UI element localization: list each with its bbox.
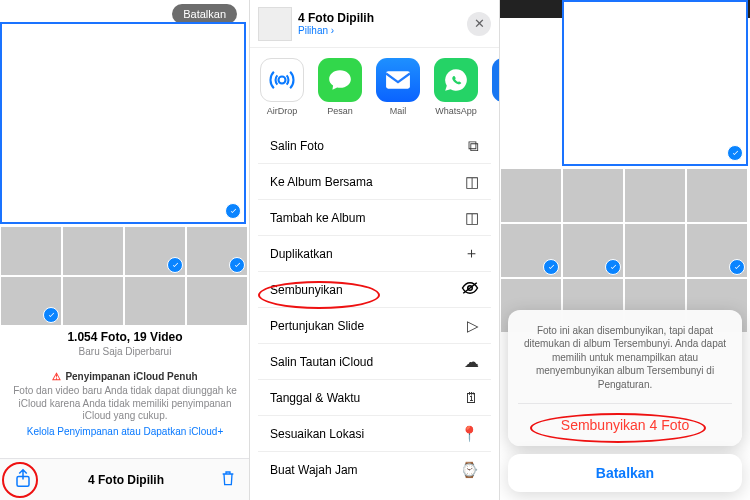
action-duplicate[interactable]: Duplikatkan＋ — [258, 236, 491, 272]
checkmark-icon — [543, 259, 559, 275]
location-icon: 📍 — [460, 425, 479, 443]
thumbnail[interactable] — [0, 276, 62, 326]
thumbnail[interactable] — [124, 276, 186, 326]
toolbar-title: 4 Foto Dipilih — [88, 473, 164, 487]
action-location[interactable]: Sesuaikan Lokasi📍 — [258, 416, 491, 452]
thumbnail[interactable] — [562, 168, 624, 223]
selected-photo-large[interactable] — [0, 22, 246, 224]
checkmark-icon — [43, 307, 59, 323]
warning-icon: ⚠︎ — [52, 371, 61, 382]
action-copy-link[interactable]: Salin Tautan iCloud☁ — [258, 344, 491, 380]
app-messages[interactable]: Pesan — [316, 58, 364, 116]
app-mail[interactable]: Mail — [374, 58, 422, 116]
trash-icon[interactable] — [220, 469, 236, 491]
media-count: 1.054 Foto, 19 Video — [8, 330, 242, 344]
thumbnail[interactable] — [124, 226, 186, 276]
thumbnail[interactable] — [686, 168, 748, 223]
screen-hide-confirm: Foto ini akan disembunyikan, tapi dapat … — [500, 0, 750, 500]
hide-action-sheet: Foto ini akan disembunyikan, tapi dapat … — [508, 310, 742, 493]
thumbnail[interactable] — [686, 223, 748, 278]
thumbnail[interactable] — [62, 226, 124, 276]
thumbnail[interactable] — [186, 276, 248, 326]
svg-rect-2 — [386, 71, 410, 88]
thumbnail[interactable] — [62, 276, 124, 326]
header-thumbnail — [258, 7, 292, 41]
app-facebook[interactable]: Fa — [490, 58, 499, 116]
action-watch-face[interactable]: Buat Wajah Jam⌚ — [258, 452, 491, 488]
thumbnail[interactable] — [624, 223, 686, 278]
checkmark-icon — [727, 145, 743, 161]
thumbnail[interactable] — [500, 223, 562, 278]
svg-point-1 — [279, 77, 286, 84]
thumbnail[interactable] — [0, 226, 62, 276]
screen-library-selected: Batalkan 1.054 Foto, 19 Video Baru Saja … — [0, 0, 250, 500]
action-slideshow[interactable]: Pertunjukan Slide▷ — [258, 308, 491, 344]
checkmark-icon — [729, 259, 745, 275]
share-sheet-header: 4 Foto Dipilih Pilihan ✕ — [250, 0, 499, 48]
eye-off-icon — [461, 281, 479, 298]
screen-share-sheet: 4 Foto Dipilih Pilihan ✕ AirDrop Pesan M… — [250, 0, 500, 500]
action-add-album[interactable]: Tambah ke Album◫ — [258, 200, 491, 236]
close-icon[interactable]: ✕ — [467, 12, 491, 36]
play-icon: ▷ — [467, 317, 479, 335]
cancel-button[interactable]: Batalkan — [508, 454, 742, 492]
share-options-link[interactable]: Pilihan — [298, 25, 374, 36]
library-info: 1.054 Foto, 19 Video Baru Saja Diperbaru… — [0, 330, 250, 437]
action-hide[interactable]: Sembunyikan — [258, 272, 491, 308]
share-apps-row: AirDrop Pesan Mail WhatsApp Fa — [250, 48, 499, 120]
manage-storage-link[interactable]: Kelola Penyimpanan atau Dapatkan iCloud+ — [8, 426, 242, 437]
app-airdrop[interactable]: AirDrop — [258, 58, 306, 116]
shared-album-icon: ◫ — [465, 173, 479, 191]
app-whatsapp[interactable]: WhatsApp — [432, 58, 480, 116]
bottom-toolbar: 4 Foto Dipilih — [0, 458, 250, 500]
thumbnail[interactable] — [562, 223, 624, 278]
checkmark-icon — [605, 259, 621, 275]
selected-photo-large[interactable] — [562, 0, 748, 166]
updated-label: Baru Saja Diperbarui — [8, 346, 242, 357]
calendar-icon: 🗓 — [464, 389, 479, 406]
action-date-time[interactable]: Tanggal & Waktu🗓 — [258, 380, 491, 416]
add-album-icon: ◫ — [465, 209, 479, 227]
plus-icon: ＋ — [464, 244, 479, 263]
checkmark-icon — [229, 257, 245, 273]
cloud-icon: ☁ — [464, 353, 479, 371]
thumbnail[interactable] — [186, 226, 248, 276]
hide-photos-button[interactable]: Sembunyikan 4 Foto — [518, 403, 732, 446]
thumbnail[interactable] — [624, 168, 686, 223]
thumbnail-grid — [0, 226, 250, 326]
action-shared-album[interactable]: Ke Album Bersama◫ — [258, 164, 491, 200]
share-icon[interactable] — [14, 468, 32, 492]
watch-icon: ⌚ — [460, 461, 479, 479]
alert-message: Foto ini akan disembunyikan, tapi dapat … — [518, 324, 732, 392]
warning-title: Penyimpanan iCloud Penuh — [65, 371, 197, 382]
copy-icon: ⧉ — [468, 137, 479, 155]
share-actions-list: Salin Foto⧉ Ke Album Bersama◫ Tambah ke … — [258, 128, 491, 488]
cancel-button[interactable]: Batalkan — [172, 4, 237, 24]
thumbnail[interactable] — [500, 168, 562, 223]
action-copy-photo[interactable]: Salin Foto⧉ — [258, 128, 491, 164]
checkmark-icon — [225, 203, 241, 219]
thumbnail-grid — [500, 168, 750, 333]
checkmark-icon — [167, 257, 183, 273]
warning-body: Foto dan video baru Anda tidak dapat diu… — [8, 385, 242, 423]
share-title: 4 Foto Dipilih — [298, 11, 374, 25]
